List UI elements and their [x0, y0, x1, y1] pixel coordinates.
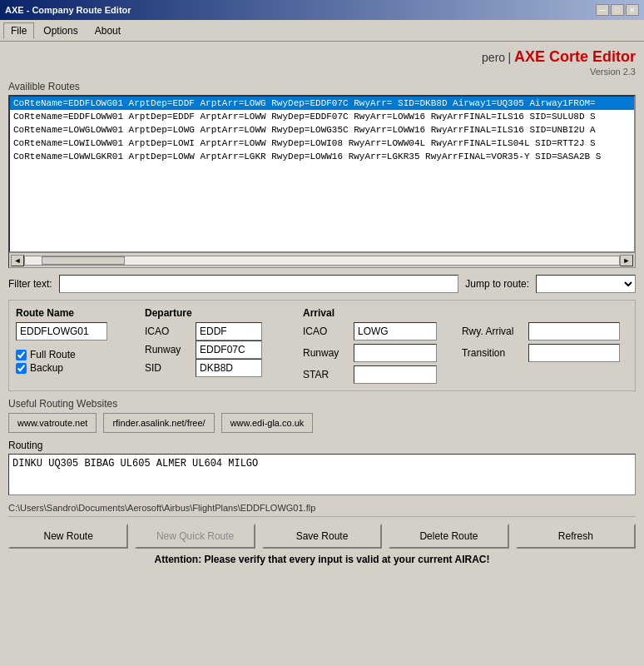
routes-list-container[interactable]: CoRteName=EDDFLOWG01 ArptDep=EDDF ArptAr…	[8, 95, 636, 253]
maximize-button[interactable]: □	[611, 4, 624, 16]
close-button[interactable]: ✕	[626, 4, 639, 16]
header-user: pero	[482, 51, 505, 64]
scroll-thumb[interactable]	[42, 256, 125, 265]
filter-row: Filter text: Jump to route:	[8, 275, 636, 293]
minimize-button[interactable]: —	[596, 4, 609, 16]
jump-select[interactable]	[536, 275, 636, 293]
route-item-3[interactable]: CoRteName=LOWILOWW01 ArptDep=LOWI ArptAr…	[10, 137, 634, 150]
title-bar: AXE - Company Route Editor — □ ✕	[0, 0, 644, 20]
full-route-row: Full Route	[16, 349, 136, 360]
route-name-label: Route Name	[16, 307, 136, 319]
websites-label: Useful Routing Websites	[8, 398, 636, 410]
route-item-0[interactable]: CoRteName=EDDFLOWG01 ArptDep=EDDF ArptAr…	[10, 97, 634, 110]
arr-transition-label: Transition	[462, 347, 520, 359]
dep-sid-row: SID	[145, 359, 295, 377]
window-title: AXE - Company Route Editor	[5, 5, 131, 15]
arr-icao-input[interactable]	[354, 322, 437, 340]
header-separator: |	[508, 51, 514, 64]
filepath-row: C:\Users\Sandro\Documents\Aerosoft\Airbu…	[8, 503, 636, 513]
dep-icao-input[interactable]	[196, 322, 262, 340]
refresh-button[interactable]: Refresh	[516, 524, 636, 549]
main-content: pero | AXE Corte Editor Version 2.3 Avai…	[0, 42, 644, 572]
filter-input[interactable]	[59, 275, 459, 293]
delete-route-button[interactable]: Delete Route	[389, 524, 508, 549]
arr-icao-label: ICAO	[303, 326, 345, 337]
header-right: pero | AXE Corte Editor Version 2.3	[8, 48, 636, 77]
dep-icao-label: ICAO	[145, 326, 191, 337]
filter-label: Filter text:	[8, 278, 52, 290]
form-section: Route Name Full Route Backup Departure I…	[8, 300, 636, 391]
websites-section: Useful Routing Websites www.vatroute.net…	[8, 398, 636, 433]
dep-sid-label: SID	[145, 362, 191, 374]
arrival-group: Arrival ICAO Rwy. Arrival Runway Transit…	[303, 307, 628, 384]
arr-star-input[interactable]	[354, 365, 437, 384]
arr-transition-input[interactable]	[528, 344, 620, 362]
routing-textarea[interactable]: DINKU UQ305 BIBAG UL605 ALMER UL604 MILG…	[8, 454, 636, 495]
scroll-track[interactable]	[24, 256, 620, 266]
scroll-left-btn[interactable]: ◄	[11, 255, 24, 266]
window-controls: — □ ✕	[596, 4, 639, 16]
dep-sid-input[interactable]	[196, 359, 262, 377]
menu-bar: File Options About	[0, 20, 644, 42]
header-version: Version 2.3	[590, 67, 636, 77]
menu-options[interactable]: Options	[36, 22, 85, 39]
arr-rwy-arrival-label: Rwy. Arrival	[462, 326, 520, 337]
routing-label: Routing	[8, 440, 636, 451]
websites-row: www.vatroute.net rfinder.asalink.net/fre…	[8, 413, 636, 433]
new-route-button[interactable]: New Route	[8, 524, 128, 549]
departure-group: Departure ICAO Runway SID	[145, 307, 295, 377]
backup-row: Backup	[16, 362, 136, 374]
full-route-checkbox[interactable]	[16, 350, 27, 360]
routing-section: Routing DINKU UQ305 BIBAG UL605 ALMER UL…	[8, 440, 636, 498]
arr-runway-label: Runway	[303, 347, 345, 359]
route-item-2[interactable]: CoRteName=LOWGLOWW01 ArptDep=LOWG ArptAr…	[10, 123, 634, 137]
dep-icao-row: ICAO	[145, 322, 295, 340]
menu-file[interactable]: File	[3, 22, 34, 39]
website-btn-1[interactable]: www.vatroute.net	[8, 413, 97, 433]
website-btn-3[interactable]: www.edi-gla.co.uk	[221, 413, 314, 433]
route-item-1[interactable]: CoRteName=EDDFLOWW01 ArptDep=EDDF ArptAr…	[10, 110, 634, 123]
header-app-name: AXE Corte Editor	[514, 48, 636, 65]
arr-star-label: STAR	[303, 369, 345, 380]
routes-section-label: Availible Routes	[8, 81, 636, 92]
arr-runway-input[interactable]	[354, 344, 437, 362]
save-route-button[interactable]: Save Route	[262, 524, 382, 549]
filepath-text: C:\Users\Sandro\Documents\Aerosoft\Airbu…	[8, 503, 315, 513]
attention-text: Attention: Please verify that every inpu…	[8, 554, 636, 565]
menu-about[interactable]: About	[87, 22, 128, 39]
dep-runway-label: Runway	[145, 344, 191, 355]
attention-strong: Attention: Please verify that every inpu…	[155, 554, 490, 565]
backup-label: Backup	[30, 362, 63, 374]
scroll-right-btn[interactable]: ►	[620, 255, 633, 266]
departure-header: Departure	[145, 307, 295, 319]
backup-checkbox[interactable]	[16, 363, 27, 374]
website-btn-2[interactable]: rfinder.asalink.net/free/	[103, 413, 214, 433]
dep-runway-row: Runway	[145, 340, 295, 359]
bottom-buttons: New Route New Quick Route Save Route Del…	[8, 524, 636, 549]
arr-rwy-arrival-input[interactable]	[528, 322, 620, 340]
jump-label: Jump to route:	[465, 278, 529, 290]
route-name-input[interactable]	[16, 322, 107, 340]
dep-runway-input[interactable]	[196, 340, 262, 359]
divider	[8, 516, 636, 517]
horizontal-scrollbar[interactable]: ◄ ►	[8, 253, 636, 268]
new-quick-route-button[interactable]: New Quick Route	[135, 524, 255, 549]
routes-list[interactable]: CoRteName=EDDFLOWG01 ArptDep=EDDF ArptAr…	[10, 97, 634, 251]
route-name-group: Route Name Full Route Backup	[16, 307, 136, 374]
full-route-label: Full Route	[30, 349, 76, 360]
arrival-header: Arrival	[303, 307, 628, 319]
route-item-4[interactable]: CoRteName=LOWWLGKR01 ArptDep=LOWW ArptAr…	[10, 150, 634, 163]
